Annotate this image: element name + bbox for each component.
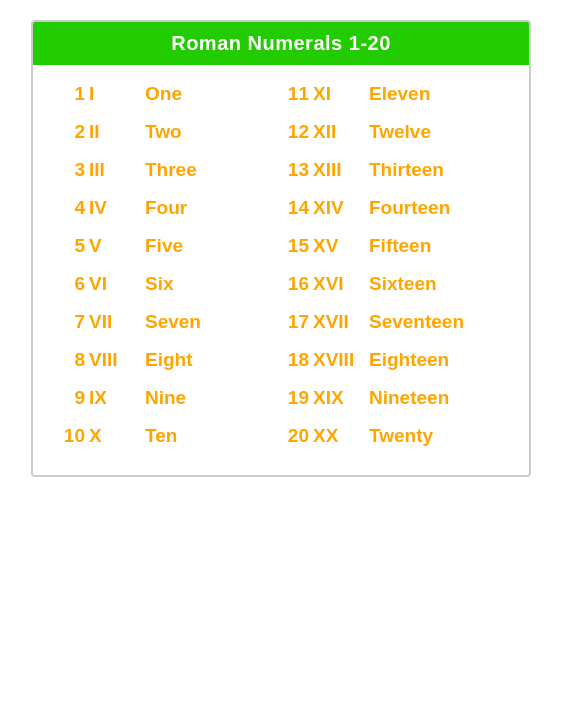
number-cell: 11	[281, 83, 309, 105]
table-row: 15XVFifteen	[281, 227, 505, 265]
number-cell: 20	[281, 425, 309, 447]
word-cell: Eighteen	[369, 349, 505, 371]
word-cell: Six	[145, 273, 281, 295]
roman-cell: V	[89, 235, 141, 257]
number-cell: 4	[57, 197, 85, 219]
word-cell: Seventeen	[369, 311, 505, 333]
number-cell: 17	[281, 311, 309, 333]
roman-cell: I	[89, 83, 141, 105]
right-column: 11XIEleven12XIITwelve13XIIIThirteen14XIV…	[281, 75, 505, 455]
word-cell: One	[145, 83, 281, 105]
table-row: 8VIIIEight	[57, 341, 281, 379]
number-cell: 2	[57, 121, 85, 143]
word-cell: Four	[145, 197, 281, 219]
table-row: 16XVISixteen	[281, 265, 505, 303]
table-row: 12XIITwelve	[281, 113, 505, 151]
roman-cell: XV	[313, 235, 365, 257]
left-column: 1IOne2IITwo3IIIThree4IVFour5VFive6VISix7…	[57, 75, 281, 455]
header: Roman Numerals 1-20	[33, 22, 529, 65]
table-row: 17XVIISeventeen	[281, 303, 505, 341]
number-cell: 13	[281, 159, 309, 181]
word-cell: Seven	[145, 311, 281, 333]
word-cell: Fourteen	[369, 197, 505, 219]
table-row: 5VFive	[57, 227, 281, 265]
table-row: 11XIEleven	[281, 75, 505, 113]
table-row: 1IOne	[57, 75, 281, 113]
main-card: Roman Numerals 1-20 1IOne2IITwo3IIIThree…	[31, 20, 531, 477]
table-row: 14XIVFourteen	[281, 189, 505, 227]
roman-cell: XII	[313, 121, 365, 143]
table-row: 3IIIThree	[57, 151, 281, 189]
number-cell: 6	[57, 273, 85, 295]
table-row: 9IXNine	[57, 379, 281, 417]
word-cell: Nine	[145, 387, 281, 409]
content-area: 1IOne2IITwo3IIIThree4IVFour5VFive6VISix7…	[33, 65, 529, 475]
number-cell: 15	[281, 235, 309, 257]
roman-cell: XX	[313, 425, 365, 447]
roman-cell: II	[89, 121, 141, 143]
word-cell: Eleven	[369, 83, 505, 105]
number-cell: 14	[281, 197, 309, 219]
table-row: 2IITwo	[57, 113, 281, 151]
roman-cell: XIV	[313, 197, 365, 219]
number-cell: 3	[57, 159, 85, 181]
word-cell: Twelve	[369, 121, 505, 143]
roman-cell: XVII	[313, 311, 365, 333]
table-row: 6VISix	[57, 265, 281, 303]
number-cell: 9	[57, 387, 85, 409]
roman-cell: XIII	[313, 159, 365, 181]
table-row: 13XIIIThirteen	[281, 151, 505, 189]
roman-cell: X	[89, 425, 141, 447]
roman-cell: VII	[89, 311, 141, 333]
word-cell: Three	[145, 159, 281, 181]
table-row: 18XVIIIEighteen	[281, 341, 505, 379]
table-row: 19XIXNineteen	[281, 379, 505, 417]
table-row: 7VIISeven	[57, 303, 281, 341]
number-cell: 16	[281, 273, 309, 295]
number-cell: 5	[57, 235, 85, 257]
table-row: 4IVFour	[57, 189, 281, 227]
word-cell: Thirteen	[369, 159, 505, 181]
number-cell: 7	[57, 311, 85, 333]
roman-cell: XVI	[313, 273, 365, 295]
table-row: 10XTen	[57, 417, 281, 455]
word-cell: Twenty	[369, 425, 505, 447]
number-cell: 10	[57, 425, 85, 447]
roman-cell: VIII	[89, 349, 141, 371]
number-cell: 12	[281, 121, 309, 143]
word-cell: Five	[145, 235, 281, 257]
word-cell: Ten	[145, 425, 281, 447]
roman-cell: IX	[89, 387, 141, 409]
number-cell: 8	[57, 349, 85, 371]
word-cell: Two	[145, 121, 281, 143]
table-row: 20XXTwenty	[281, 417, 505, 455]
word-cell: Sixteen	[369, 273, 505, 295]
word-cell: Fifteen	[369, 235, 505, 257]
number-cell: 19	[281, 387, 309, 409]
roman-cell: VI	[89, 273, 141, 295]
roman-cell: XVIII	[313, 349, 365, 371]
roman-cell: XIX	[313, 387, 365, 409]
number-cell: 1	[57, 83, 85, 105]
word-cell: Eight	[145, 349, 281, 371]
word-cell: Nineteen	[369, 387, 505, 409]
roman-cell: III	[89, 159, 141, 181]
header-title: Roman Numerals 1-20	[171, 32, 391, 54]
number-cell: 18	[281, 349, 309, 371]
roman-cell: IV	[89, 197, 141, 219]
roman-cell: XI	[313, 83, 365, 105]
